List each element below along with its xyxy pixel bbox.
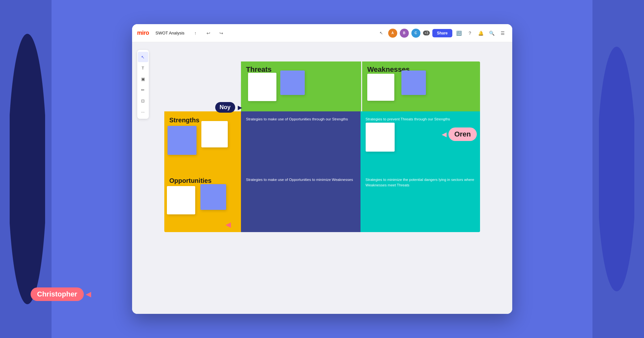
opportunities-label: Opportunities (169, 177, 236, 184)
search-icon[interactable]: 🔍 (488, 29, 496, 37)
board-title[interactable]: SWOT Analysis (153, 29, 187, 37)
threats-note-1 (248, 73, 276, 101)
strengths-cell: Strengths (164, 111, 241, 172)
toolbar-right: ↖ A B C +3 Share 🔢 ? 🔔 🔍 ☰ (377, 29, 507, 38)
sticky-tool[interactable]: ▣ (138, 74, 148, 84)
oren-cursor: ◀ Oren (442, 127, 476, 141)
oren-label: Oren (448, 127, 476, 141)
tool-panel: ↖ T ▣ ✏ ⊡ ··· (137, 50, 149, 119)
noy-label: Noy (215, 102, 235, 113)
strengths-note-1 (168, 126, 197, 155)
weaknesses-strengths-cell: Strategies to prevent Threats through ou… (360, 111, 480, 172)
weaknesses-note-1 (367, 74, 394, 101)
canvas: Noy ▶ Threats Weaknesses (132, 42, 512, 314)
christopher-cursor-arrow: ◀ (226, 221, 231, 229)
weaknesses-section: Weaknesses (361, 61, 480, 111)
threats-note-2 (280, 70, 305, 95)
miro-logo: miro (137, 30, 149, 36)
swot-board: Threats Weaknesses Strengths (164, 61, 480, 232)
text-tool[interactable]: T (138, 63, 148, 73)
weaknesses-strengths-text: Strategies to prevent Threats through ou… (366, 117, 475, 122)
noy-arrow-icon: ▶ (238, 104, 242, 111)
undo-button[interactable]: ↩ (204, 29, 213, 38)
pen-tool[interactable]: ✏ (138, 85, 148, 95)
opportunities-note-2 (200, 184, 226, 210)
threats-strengths-cell: Strategies to make use of Opportunities … (241, 111, 360, 172)
threats-opportunities-cell: Strategies to make use of Opportunities … (241, 172, 360, 232)
toolbar-left: miro SWOT Analysis ↑ ↩ ↪ (137, 29, 377, 38)
threats-section: Threats (241, 61, 361, 111)
weaknesses-opportunities-text: Strategies to minimize the potential dan… (366, 177, 475, 188)
more-tools[interactable]: ··· (138, 107, 148, 117)
avatar-user3: C (411, 29, 420, 38)
strengths-note-2 (201, 121, 228, 147)
threats-strengths-text: Strategies to make use of Opportunities … (246, 117, 355, 122)
threats-opportunities-text: Strategies to make use of Opportunities … (246, 177, 355, 183)
export-button[interactable]: ↑ (191, 29, 200, 38)
toolbar: miro SWOT Analysis ↑ ↩ ↪ ↖ A B C +3 Shar… (132, 24, 512, 42)
cursor-icon: ↖ (377, 29, 386, 37)
weaknesses-note-2 (401, 70, 426, 95)
christopher-label: Christopher (31, 287, 84, 301)
christopher-arrow-icon: ◀ (86, 290, 91, 298)
share-button[interactable]: Share (432, 29, 452, 37)
extra-users-badge: +3 (423, 31, 430, 35)
opportunities-note-1 (167, 186, 195, 214)
oren-arrow-icon: ◀ (442, 130, 447, 138)
menu-icon[interactable]: ☰ (499, 29, 507, 37)
cursor-tool[interactable]: ↖ (138, 52, 148, 62)
noy-cursor: Noy ▶ (215, 102, 242, 113)
weaknesses-strengths-note (366, 123, 395, 152)
avatar-user1: A (388, 29, 397, 38)
notifications-icon[interactable]: 🔔 (477, 29, 485, 37)
frame-tool[interactable]: ⊡ (138, 96, 148, 106)
avatar-user2: B (400, 29, 409, 38)
redo-button[interactable]: ↪ (217, 29, 226, 38)
help-icon[interactable]: ? (466, 29, 474, 37)
app-window: miro SWOT Analysis ↑ ↩ ↪ ↖ A B C +3 Shar… (132, 24, 512, 314)
insights-icon[interactable]: 🔢 (455, 29, 463, 37)
weaknesses-opportunities-cell: Strategies to minimize the potential dan… (360, 172, 480, 232)
